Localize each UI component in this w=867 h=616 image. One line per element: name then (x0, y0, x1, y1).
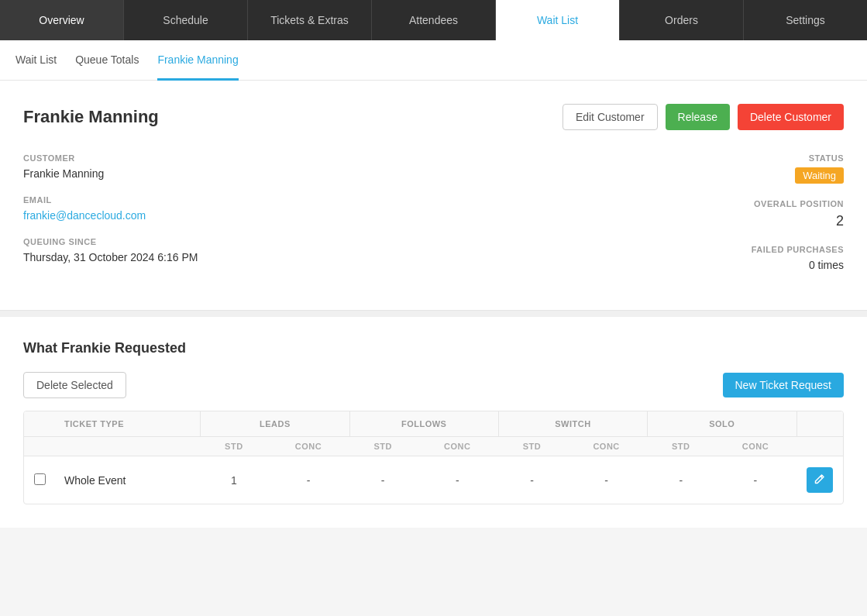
checkbox-sub-header (24, 437, 55, 456)
nav-item-attendees[interactable]: Attendees (372, 0, 496, 40)
section-actions: Delete Selected New Ticket Request (23, 372, 844, 398)
leads-conc-cell: - (267, 456, 349, 504)
solo-conc-sub-header: CONC (714, 437, 796, 456)
follows-conc-cell: - (416, 456, 498, 504)
queuing-since-label: QUEUING SINCE (23, 237, 434, 246)
email-field: EMAIL frankie@dancecloud.com (23, 195, 434, 222)
follows-std-cell: - (349, 456, 416, 504)
page-title: Frankie Manning (23, 107, 159, 127)
table-group-header-row: TICKET TYPE LEADS FOLLOWS SWITCH SOLO (24, 411, 843, 437)
follows-std-sub-header: STD (349, 437, 416, 456)
header-actions: Edit Customer Release Delete Customer (563, 104, 844, 130)
edit-customer-button[interactable]: Edit Customer (563, 104, 658, 130)
failed-purchases-label: FAILED PURCHASES (434, 245, 845, 254)
overall-position-value: 2 (434, 213, 845, 229)
switch-std-sub-header: STD (498, 437, 565, 456)
customer-value: Frankie Manning (23, 167, 434, 180)
sub-nav-frankie-manning[interactable]: Frankie Manning (157, 41, 238, 81)
overall-position-label: OVERALL POSITION (434, 199, 845, 208)
follows-conc-sub-header: CONC (416, 437, 498, 456)
switch-std-cell: - (498, 456, 565, 504)
status-badge: Waiting (795, 167, 844, 184)
status-field: STATUS Waiting (434, 153, 845, 184)
details-left: CUSTOMER Frankie Manning EMAIL frankie@d… (23, 153, 434, 287)
section-divider (0, 311, 867, 317)
edit-row-button[interactable] (807, 467, 833, 493)
overall-position-field: OVERALL POSITION 2 (434, 199, 845, 229)
top-nav: Overview Schedule Tickets & Extras Atten… (0, 0, 867, 40)
ticket-type-col-header: TICKET TYPE (55, 411, 201, 437)
sub-nav-wait-list[interactable]: Wait List (15, 41, 57, 81)
leads-conc-sub-header: CONC (267, 437, 349, 456)
email-value: frankie@dancecloud.com (23, 209, 434, 222)
nav-item-orders[interactable]: Orders (620, 0, 744, 40)
nav-item-settings[interactable]: Settings (744, 0, 867, 40)
switch-col-header: SWITCH (498, 411, 647, 437)
ticket-type-cell: Whole Event (55, 456, 201, 504)
queuing-since-value: Thursday, 31 October 2024 6:16 PM (23, 251, 434, 263)
pencil-icon (814, 473, 825, 484)
checkbox-col-header (24, 411, 55, 437)
ticket-request-table-wrapper: TICKET TYPE LEADS FOLLOWS SWITCH SOLO ST… (23, 411, 844, 504)
follows-col-header: FOLLOWS (349, 411, 498, 437)
requested-section: What Frankie Requested Delete Selected N… (0, 317, 867, 528)
status-value: Waiting (434, 167, 845, 184)
leads-std-cell: 1 (201, 456, 267, 504)
ticket-type-sub-header (55, 437, 201, 456)
delete-customer-button[interactable]: Delete Customer (738, 104, 844, 130)
nav-item-tickets-extras[interactable]: Tickets & Extras (248, 0, 372, 40)
nav-item-wait-list[interactable]: Wait List (496, 0, 620, 40)
customer-info-section: Frankie Manning Edit Customer Release De… (0, 81, 867, 311)
action-col-header (796, 411, 843, 437)
details-right: STATUS Waiting OVERALL POSITION 2 FAILED… (434, 153, 845, 287)
sub-nav: Wait List Queue Totals Frankie Manning (0, 40, 867, 81)
switch-conc-sub-header: CONC (566, 437, 648, 456)
failed-purchases-field: FAILED PURCHASES 0 times (434, 245, 845, 271)
queuing-since-field: QUEUING SINCE Thursday, 31 October 2024 … (23, 237, 434, 263)
switch-conc-cell: - (566, 456, 648, 504)
row-action-cell[interactable] (796, 456, 843, 504)
table-sub-header-row: STD CONC STD CONC STD CONC STD CONC (24, 437, 843, 456)
solo-std-sub-header: STD (648, 437, 714, 456)
status-label: STATUS (434, 153, 845, 163)
requested-section-title: What Frankie Requested (23, 340, 844, 356)
nav-item-overview[interactable]: Overview (0, 0, 124, 40)
nav-item-schedule[interactable]: Schedule (124, 0, 248, 40)
leads-std-sub-header: STD (201, 437, 267, 456)
sub-nav-queue-totals[interactable]: Queue Totals (75, 41, 139, 81)
table-row: Whole Event 1 - - - - - - - (24, 456, 843, 504)
customer-label: CUSTOMER (23, 153, 434, 163)
customer-field: CUSTOMER Frankie Manning (23, 153, 434, 180)
customer-details: CUSTOMER Frankie Manning EMAIL frankie@d… (23, 153, 844, 287)
solo-col-header: SOLO (648, 411, 796, 437)
leads-col-header: LEADS (201, 411, 349, 437)
email-label: EMAIL (23, 195, 434, 205)
action-sub-header (796, 437, 843, 456)
release-button[interactable]: Release (666, 104, 730, 130)
failed-purchases-value: 0 times (434, 259, 845, 271)
new-ticket-request-button[interactable]: New Ticket Request (723, 373, 845, 397)
row-checkbox[interactable] (34, 473, 46, 485)
solo-std-cell: - (648, 456, 714, 504)
delete-selected-button[interactable]: Delete Selected (23, 372, 126, 398)
row-checkbox-cell[interactable] (24, 456, 55, 504)
customer-header: Frankie Manning Edit Customer Release De… (23, 104, 844, 130)
solo-conc-cell: - (714, 456, 796, 504)
ticket-request-table: TICKET TYPE LEADS FOLLOWS SWITCH SOLO ST… (24, 411, 843, 504)
